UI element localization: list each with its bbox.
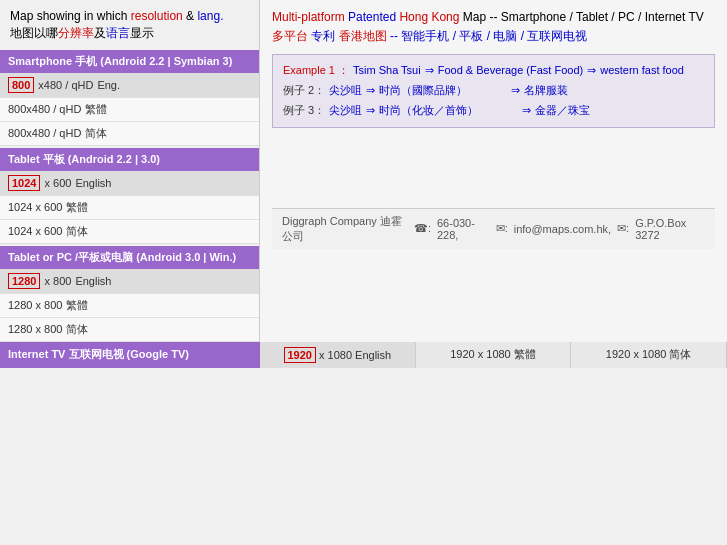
smartphone-label: Smartphone 手机 (Android 2.2 | Symbian 3) (8, 55, 232, 67)
res-1024-2: 1024 x 600 (8, 201, 62, 213)
tablet-row-2[interactable]: 1024 x 600 繁體 (0, 196, 259, 220)
lang-simp-3: 简体 (66, 322, 88, 337)
lang-trad-3: 繁體 (66, 298, 88, 313)
lang-eng-3: English (75, 275, 111, 287)
phone-number: 66-030-228, (437, 217, 490, 241)
cn-rest: -- 智能手机 / 平板 / 电脑 / 互联网电视 (390, 29, 587, 43)
res-x600-1: x 600 (44, 177, 71, 189)
internet-tv-header: Internet TV 互联网电视 (Google TV) (0, 342, 260, 368)
hk-text: Hong Kong (399, 10, 459, 24)
ex3-result: 金器／珠宝 (535, 101, 590, 121)
company-name: Diggraph Company 迪霍公司 (282, 214, 408, 244)
header-cn2: 及 (94, 26, 106, 40)
example-row-2: 例子 2： 尖沙咀 ⇒ 时尚（國際品牌） ⇒ 名牌服装 (283, 81, 704, 101)
lang-trad-1: 繁體 (85, 102, 107, 117)
header-cn-red: 分辨率 (58, 26, 94, 40)
tv-x1080-3: 1920 x 1080 简体 (606, 347, 692, 362)
cn-patent: 专利 (311, 29, 338, 43)
ex1-cat: Food & Beverage (Fast Food) (438, 61, 584, 81)
left-header: Map showing in which resolution & lang. … (0, 0, 259, 50)
ex1-arrow1: ⇒ (425, 61, 434, 81)
tabletpc-row-3[interactable]: 1280 x 800 简体 (0, 318, 259, 342)
tv-cell-english[interactable]: 1920 x 1080 English (260, 342, 416, 368)
contact-bar: Diggraph Company 迪霍公司 ☎: 66-030-228, ✉: … (272, 208, 715, 249)
res-1280-1: 1280 (8, 273, 40, 289)
ex3-place: 尖沙咀 (329, 101, 362, 121)
patent-text: Patented (348, 10, 399, 24)
tablet-row-3[interactable]: 1024 x 600 简体 (0, 220, 259, 244)
res-800-2: 800x480 / qHD (8, 103, 81, 115)
ex3-arrow2: ⇒ (522, 101, 531, 121)
cn-title-line: 多平台 专利 香港地图 -- 智能手机 / 平板 / 电脑 / 互联网电视 (272, 27, 715, 46)
res-1024-3: 1024 x 600 (8, 225, 62, 237)
ex2-arrow2: ⇒ (511, 81, 520, 101)
example-row-3: 例子 3： 尖沙咀 ⇒ 时尚（化妆／首饰） ⇒ 金器／珠宝 (283, 101, 704, 121)
ex2-arrow1: ⇒ (366, 81, 375, 101)
ex1-place: Tsim Sha Tsui (353, 61, 421, 81)
tv-x1080-1: x 1080 English (319, 349, 391, 361)
tv-res-1920-1: 1920 (284, 347, 316, 363)
examples-box: Example 1 ： Tsim Sha Tsui ⇒ Food & Bever… (272, 54, 715, 127)
ex1-result: western fast food (600, 61, 684, 81)
po-box: G.P.O.Box 3272 (635, 217, 705, 241)
example-row-1: Example 1 ： Tsim Sha Tsui ⇒ Food & Bever… (283, 61, 704, 81)
internet-tv-label: Internet TV 互联网电视 (Google TV) (8, 347, 189, 362)
tv-cell-trad[interactable]: 1920 x 1080 繁體 (416, 342, 572, 368)
header-red: resolution (131, 9, 183, 23)
tv-x1080-2: 1920 x 1080 繁體 (450, 347, 536, 362)
lang-trad-2: 繁體 (66, 200, 88, 215)
header-blue: lang. (197, 9, 223, 23)
res-x800-1: x 800 (44, 275, 71, 287)
tablet-label: Tablet 平板 (Android 2.2 | 3.0) (8, 153, 160, 165)
phone-icon: ☎: (414, 222, 431, 235)
smartphone-row-2[interactable]: 800x480 / qHD 繁體 (0, 98, 259, 122)
smartphone-row-1[interactable]: 800 x480 / qHD Eng. (0, 73, 259, 98)
header-cn1: 地图以哪 (10, 26, 58, 40)
ex1-arrow2: ⇒ (587, 61, 596, 81)
mail-icon: ✉: (617, 222, 629, 235)
tabletpc-row-2[interactable]: 1280 x 800 繁體 (0, 294, 259, 318)
ex2-label: 例子 2： (283, 81, 325, 101)
email-address: info@maps.com.hk, (514, 223, 611, 235)
lang-simp-2: 简体 (66, 224, 88, 239)
tablet-row-1[interactable]: 1024 x 600 English (0, 171, 259, 196)
cn-multi: 多平台 (272, 29, 308, 43)
smartphone-section-header: Smartphone 手机 (Android 2.2 | Symbian 3) (0, 50, 259, 73)
header-cn-blue: 语言 (106, 26, 130, 40)
header-en-line: Map showing in which resolution & lang. (10, 8, 249, 25)
ex3-cat: 时尚（化妆／首饰） (379, 101, 478, 121)
left-panel: Map showing in which resolution & lang. … (0, 0, 260, 342)
header-cn-line: 地图以哪分辨率及语言显示 (10, 25, 249, 42)
tabletpc-section-header: Tablet or PC /平板或电脑 (Android 3.0 | Win.) (0, 246, 259, 269)
multi-text: Multi-platform (272, 10, 345, 24)
res-800-3: 800x480 / qHD (8, 127, 81, 139)
header-text2: & (183, 9, 198, 23)
ex3-arrow1: ⇒ (366, 101, 375, 121)
tv-cell-simp[interactable]: 1920 x 1080 简体 (571, 342, 727, 368)
main-container: Map showing in which resolution & lang. … (0, 0, 727, 342)
res-1280-3: 1280 x 800 (8, 323, 62, 335)
lang-eng-2: English (75, 177, 111, 189)
lang-eng-1: Eng. (97, 79, 120, 91)
email-icon: ✉: (496, 222, 508, 235)
ex2-place: 尖沙咀 (329, 81, 362, 101)
res-1280-2: 1280 x 800 (8, 299, 62, 311)
smartphone-row-3[interactable]: 800x480 / qHD 简体 (0, 122, 259, 146)
lang-simp-1: 简体 (85, 126, 107, 141)
title-line-1: Multi-platform Patented Hong Kong Map --… (272, 8, 715, 27)
cn-hk: 香港地图 (339, 29, 387, 43)
res-800-1: 800 (8, 77, 34, 93)
tabletpc-row-1[interactable]: 1280 x 800 English (0, 269, 259, 294)
header-cn3: 显示 (130, 26, 154, 40)
ex2-result: 名牌服装 (524, 81, 568, 101)
internet-tv-row: Internet TV 互联网电视 (Google TV) 1920 x 108… (0, 342, 727, 368)
tabletpc-label: Tablet or PC /平板或电脑 (Android 3.0 | Win.) (8, 251, 236, 263)
ex2-cat: 时尚（國際品牌） (379, 81, 467, 101)
res-1024-1: 1024 (8, 175, 40, 191)
ex3-label: 例子 3： (283, 101, 325, 121)
right-header: Multi-platform Patented Hong Kong Map --… (272, 8, 715, 46)
right-panel: Multi-platform Patented Hong Kong Map --… (260, 0, 727, 342)
res-x480-1: x480 / qHD (38, 79, 93, 91)
rest-title: Map -- Smartphone / Tablet / PC / Intern… (463, 10, 704, 24)
tablet-section-header: Tablet 平板 (Android 2.2 | 3.0) (0, 148, 259, 171)
